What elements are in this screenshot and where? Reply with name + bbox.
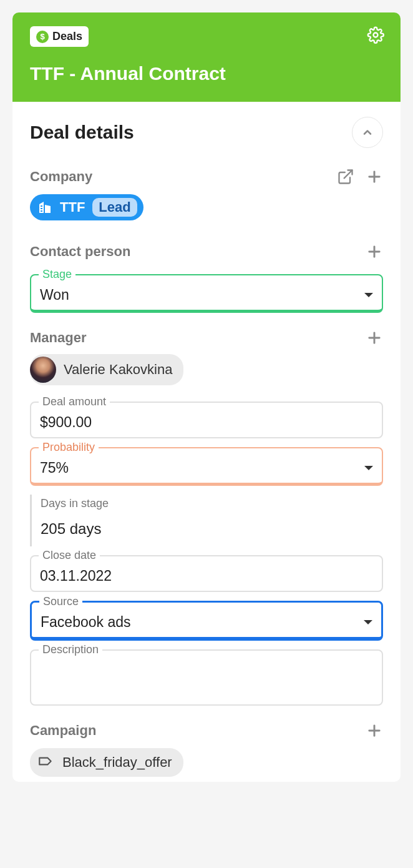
campaign-name: Black_friday_offer xyxy=(62,754,172,771)
deal-amount-value: $900.00 xyxy=(40,414,373,431)
deals-label: Deals xyxy=(52,30,82,43)
probability-label: Probability xyxy=(39,441,99,454)
open-external-icon[interactable] xyxy=(337,168,354,185)
add-campaign-button[interactable] xyxy=(366,722,383,739)
company-label: Company xyxy=(30,169,92,185)
manager-name: Valerie Kakovkina xyxy=(64,362,172,378)
gear-icon[interactable] xyxy=(367,26,384,44)
source-value: Facebook ads xyxy=(41,614,130,631)
deal-title: TTF - Annual Contract xyxy=(30,63,383,84)
section-header: Deal details xyxy=(30,117,383,148)
company-status-badge: Lead xyxy=(92,198,137,217)
add-contact-button[interactable] xyxy=(366,243,383,260)
chevron-down-icon xyxy=(364,620,372,624)
campaign-chip[interactable]: Black_friday_offer xyxy=(30,748,183,777)
contact-field: Contact person xyxy=(30,238,383,265)
section-title: Deal details xyxy=(30,122,134,143)
tag-icon xyxy=(37,753,54,772)
close-date-label: Close date xyxy=(39,549,100,562)
deals-badge[interactable]: $ Deals xyxy=(30,26,89,47)
close-date-input[interactable]: Close date 03.11.2022 xyxy=(30,555,383,592)
company-field: Company xyxy=(30,163,383,233)
source-select[interactable]: Source Facebook ads xyxy=(30,601,383,641)
add-manager-button[interactable] xyxy=(366,329,383,347)
collapse-button[interactable] xyxy=(352,117,383,148)
campaign-field: Campaign Black_friday_offer xyxy=(30,717,383,777)
stage-label: Stage xyxy=(39,268,75,281)
description-label: Description xyxy=(39,643,102,656)
deal-card: $ Deals TTF - Annual Contract Deal detai… xyxy=(12,12,401,782)
description-input[interactable]: Description xyxy=(30,649,383,706)
probability-value: 75% xyxy=(40,460,69,476)
card-header: $ Deals TTF - Annual Contract xyxy=(12,12,401,102)
stage-select[interactable]: Stage Won xyxy=(30,274,383,313)
source-label: Source xyxy=(39,595,82,608)
manager-chip[interactable]: Valerie Kakovkina xyxy=(30,354,183,385)
card-body: Deal details Company xyxy=(12,102,401,777)
company-name: TTF xyxy=(60,199,85,215)
building-icon xyxy=(37,200,52,215)
contact-label: Contact person xyxy=(30,244,130,260)
svg-line-1 xyxy=(344,170,352,179)
chevron-down-icon xyxy=(364,466,373,470)
company-chip[interactable]: TTF Lead xyxy=(30,194,143,220)
campaign-label: Campaign xyxy=(30,723,96,739)
manager-label: Manager xyxy=(30,330,86,346)
svg-point-0 xyxy=(374,33,378,37)
deal-amount-input[interactable]: Deal amount $900.00 xyxy=(30,402,383,438)
deal-amount-label: Deal amount xyxy=(39,395,110,408)
probability-select[interactable]: Probability 75% xyxy=(30,447,383,486)
days-in-stage: Days in stage 205 days xyxy=(30,495,383,546)
close-date-value: 03.11.2022 xyxy=(40,568,373,584)
stage-value: Won xyxy=(40,287,69,303)
add-company-button[interactable] xyxy=(366,168,383,185)
days-in-stage-label: Days in stage xyxy=(41,497,374,510)
avatar xyxy=(30,357,56,383)
chevron-down-icon xyxy=(364,293,373,297)
manager-field: Manager Valerie Kakovkina xyxy=(30,324,383,393)
days-in-stage-value: 205 days xyxy=(41,520,374,538)
dollar-icon: $ xyxy=(36,31,49,43)
